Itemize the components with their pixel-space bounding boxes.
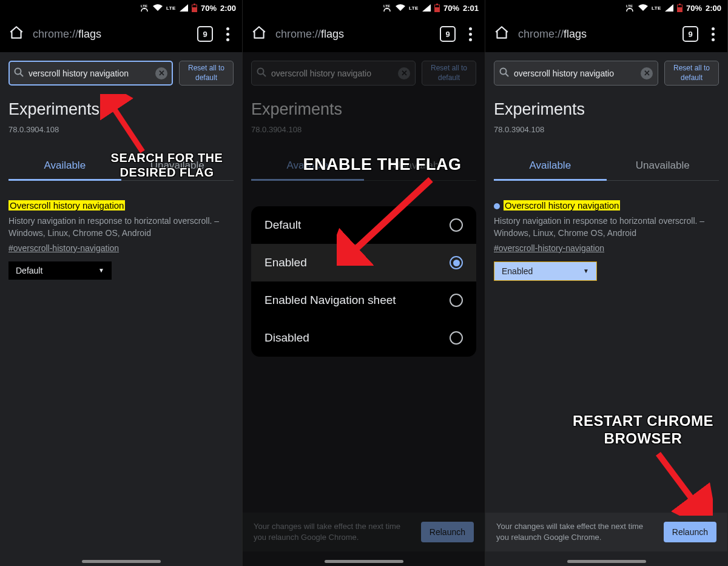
reset-all-button[interactable]: Reset all todefault [422,61,476,86]
flags-page: ✕ Reset all todefault Experiments 78.0.3… [485,52,727,566]
menu-icon[interactable] [464,27,476,41]
battery-percent: 70% [201,4,217,13]
signal-icon [180,4,188,12]
wifi-icon [153,4,163,12]
chrome-version: 78.0.3904.108 [8,125,234,134]
tab-unavailable[interactable]: Unavailable [607,152,720,180]
flag-dropdown[interactable]: Enabled▼ [494,261,597,281]
relaunch-button[interactable]: Relaunch [421,522,474,542]
relaunch-message: Your changes will take effect the next t… [254,521,413,543]
status-bar: LTE LTE 70% 2:01 [243,0,485,16]
nav-pill[interactable] [82,560,161,563]
chevron-down-icon: ▼ [583,268,589,274]
signal-icon [665,4,673,12]
option-enabled[interactable]: Enabled [251,244,476,281]
svg-rect-11 [434,7,439,12]
lte-label: LTE [409,5,419,11]
flag-hash[interactable]: #overscroll-history-navigation [494,243,719,253]
wifi-icon [638,4,648,12]
option-default[interactable]: Default [251,206,476,244]
home-icon[interactable] [251,25,267,43]
svg-point-5 [15,68,21,74]
status-bar: LTE LTE 70% 2:00 [0,0,242,16]
radio-icon [450,256,463,269]
relaunch-button[interactable]: Relaunch [664,522,716,542]
flag-hash[interactable]: #overscroll-history-navigation [8,243,234,253]
svg-point-8 [386,8,388,9]
url-bar[interactable]: chrome://flags [275,28,431,41]
svg-line-6 [21,73,24,76]
phone-screenshot-1: LTE LTE 70% 2:00 chrome://flags 9 ✕ Rese… [0,0,243,566]
battery-percent: 70% [686,4,702,13]
svg-text:LTE: LTE [383,4,390,8]
clear-icon[interactable]: ✕ [155,67,167,79]
home-icon[interactable] [8,25,24,43]
search-input-wrap[interactable]: ✕ [8,61,173,86]
flag-title: Overscroll history navigation [8,200,125,211]
tabs: Available Unavailable [494,152,719,181]
clock: 2:00 [220,4,236,13]
clear-icon[interactable]: ✕ [398,67,410,79]
changed-dot-icon [494,203,500,209]
home-icon[interactable] [494,25,510,43]
flag-description: History navigation in response to horizo… [494,215,719,240]
reset-all-button[interactable]: Reset all todefault [664,61,719,86]
signal-icon [422,4,431,12]
menu-icon[interactable] [221,27,234,41]
nav-pill[interactable] [325,560,403,563]
nav-pill[interactable] [567,560,646,563]
search-icon [499,67,509,79]
relaunch-bar: Your changes will take effect the next t… [243,513,485,551]
browser-toolbar: chrome://flags 9 [485,16,727,52]
flag-title: Overscroll history navigation [504,200,620,211]
volte-icon: LTE [625,4,635,12]
clock: 2:01 [463,4,479,13]
search-input-wrap[interactable]: ✕ [494,61,658,86]
menu-icon[interactable] [707,27,719,41]
flag-search-input[interactable] [29,69,150,78]
reset-all-button[interactable]: Reset all todefault [179,61,234,86]
clock: 2:00 [706,4,721,13]
lte-label: LTE [166,5,176,11]
volte-icon: LTE [382,4,392,12]
svg-rect-4 [192,7,197,12]
tab-available[interactable]: Available [8,152,121,181]
wifi-icon [396,4,405,12]
flag-entry: Overscroll history navigation History na… [8,181,234,280]
option-enabled-navigation-sheet[interactable]: Enabled Navigation sheet [251,281,476,319]
flag-search-input[interactable] [271,69,393,78]
chrome-version: 78.0.3904.108 [494,125,719,134]
flags-page: ✕ Reset all todefault Experiments 78.0.3… [0,52,242,566]
lte-label: LTE [652,5,661,11]
search-input-wrap[interactable]: ✕ [251,61,416,86]
phone-screenshot-3: LTE LTE 70% 2:00 chrome://flags 9 ✕ Rese… [485,0,728,566]
browser-toolbar: chrome://flags 9 [0,16,242,52]
svg-point-12 [258,68,264,74]
option-disabled[interactable]: Disabled [251,319,476,357]
url-bar[interactable]: chrome://flags [518,28,674,41]
tab-unavailable[interactable]: Unavailable [364,152,477,180]
battery-icon [677,4,682,12]
svg-point-1 [144,8,145,9]
flag-dropdown[interactable]: Default▼ [8,261,112,280]
flag-entry: Overscroll history navigation History na… [494,181,719,281]
tab-available[interactable]: Available [251,152,364,181]
page-title: Experiments [251,100,476,119]
tab-switcher[interactable]: 9 [197,26,213,42]
volte-icon: LTE [140,4,149,12]
radio-icon [450,218,463,232]
battery-icon [192,4,197,12]
relaunch-message: Your changes will take effect the next t… [496,521,655,543]
flag-search-input[interactable] [514,69,636,78]
tabs: Available Unavailable [8,152,234,181]
url-bar[interactable]: chrome://flags [33,28,189,41]
tab-switcher[interactable]: 9 [682,26,698,42]
battery-percent: 70% [443,4,459,13]
phone-screenshot-2: LTE LTE 70% 2:01 chrome://flags 9 ✕ Rese… [243,0,485,566]
svg-rect-18 [677,7,682,12]
clear-icon[interactable]: ✕ [641,67,653,79]
tab-switcher[interactable]: 9 [440,26,456,42]
tab-available[interactable]: Available [494,152,607,181]
page-title: Experiments [494,100,719,119]
tab-unavailable[interactable]: Unavailable [121,152,234,180]
